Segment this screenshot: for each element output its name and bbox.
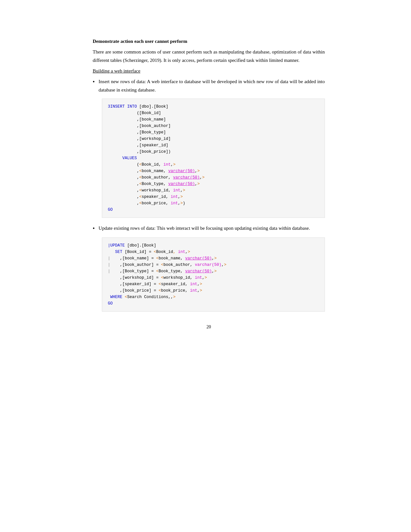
page-number: 20 <box>93 324 325 330</box>
section-heading: Demonstrate action each user cannot perf… <box>93 39 325 44</box>
insert-code-block: 3INSERT INTO [dbo].[Book] ([Book_id] ,[b… <box>102 99 325 218</box>
page-content: Demonstrate action each user cannot perf… <box>61 0 351 532</box>
bullet-dot-2: • <box>93 224 95 233</box>
bullet-item-2: • Update existing rows of data: This web… <box>93 224 325 233</box>
bullet-text-1: Insert new rows of data: A web interface… <box>99 78 325 94</box>
intro-paragraph: There are some common actions of user ca… <box>93 48 325 64</box>
bullet-text-2: Update existing rows of data: This web i… <box>99 224 310 233</box>
update-code-block: |UPDATE [dbo].[Book] SET [Book_id] = <Bo… <box>102 237 325 312</box>
bullet-item-1: • Insert new rows of data: A web interfa… <box>93 78 325 94</box>
bullet-section-2: • Update existing rows of data: This web… <box>93 224 325 312</box>
bullet-section-1: • Insert new rows of data: A web interfa… <box>93 78 325 218</box>
subheading-link[interactable]: Building a web interface <box>93 68 325 74</box>
bullet-dot-1: • <box>93 78 95 86</box>
